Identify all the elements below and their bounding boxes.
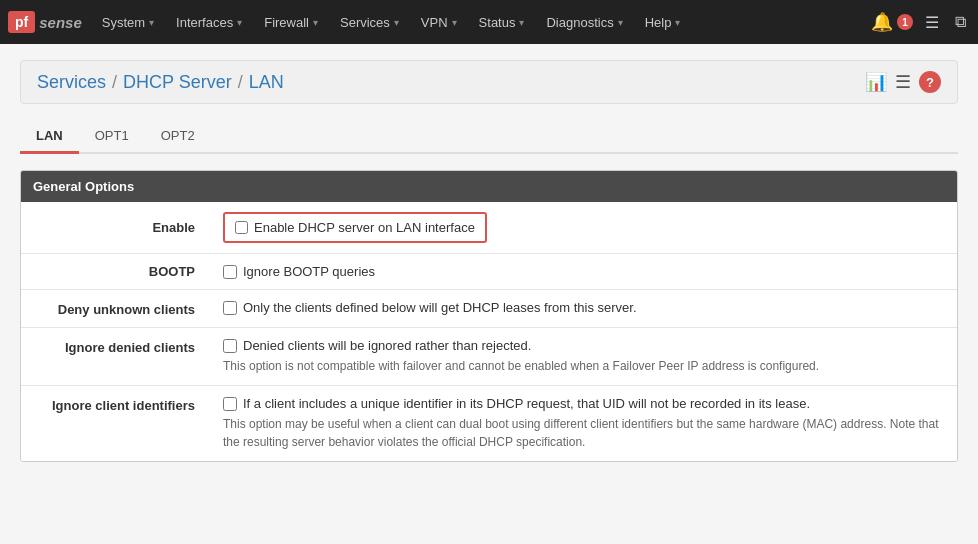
list-view-icon[interactable]: ☰ — [895, 71, 911, 93]
tab-opt2[interactable]: OPT2 — [145, 120, 211, 154]
enable-label: Enable — [21, 202, 211, 254]
list-icon[interactable]: ☰ — [921, 9, 943, 36]
chart-icon[interactable]: 📊 — [865, 71, 887, 93]
ignore-identifiers-checkbox-label: If a client includes a unique identifier… — [243, 396, 810, 411]
bootp-checkbox[interactable] — [223, 265, 237, 279]
enable-value: Enable DHCP server on LAN interface — [211, 202, 957, 254]
table-row: Ignore denied clients Denied clients wil… — [21, 328, 957, 386]
ignore-denied-checkbox[interactable] — [223, 339, 237, 353]
chevron-down-icon: ▾ — [519, 17, 524, 28]
breadcrumb-bar: Services / DHCP Server / LAN 📊 ☰ ? — [20, 60, 958, 104]
nav-interfaces[interactable]: Interfaces ▾ — [166, 9, 252, 36]
navbar-right: 🔔 1 ☰ ⧉ — [871, 9, 970, 36]
nav-status[interactable]: Status ▾ — [469, 9, 535, 36]
ignore-denied-checkbox-label: Denied clients will be ignored rather th… — [243, 338, 531, 353]
ignore-identifiers-checkbox-row: If a client includes a unique identifier… — [223, 396, 945, 411]
table-row: Enable Enable DHCP server on LAN interfa… — [21, 202, 957, 254]
external-icon[interactable]: ⧉ — [951, 9, 970, 35]
section-header: General Options — [21, 171, 957, 202]
chevron-down-icon: ▾ — [394, 17, 399, 28]
tab-lan[interactable]: LAN — [20, 120, 79, 154]
nav-system[interactable]: System ▾ — [92, 9, 164, 36]
chevron-down-icon: ▾ — [313, 17, 318, 28]
form-table: Enable Enable DHCP server on LAN interfa… — [21, 202, 957, 461]
ignore-identifiers-label: Ignore client identifiers — [21, 386, 211, 462]
deny-unknown-checkbox-row: Only the clients defined below will get … — [223, 300, 945, 315]
chevron-down-icon: ▾ — [149, 17, 154, 28]
bootp-checkbox-row: Ignore BOOTP queries — [223, 264, 945, 279]
tab-opt1[interactable]: OPT1 — [79, 120, 145, 154]
deny-unknown-checkbox[interactable] — [223, 301, 237, 315]
breadcrumb-icons: 📊 ☰ ? — [865, 71, 941, 93]
nav-firewall[interactable]: Firewall ▾ — [254, 9, 328, 36]
breadcrumb-services[interactable]: Services — [37, 72, 106, 93]
bootp-value: Ignore BOOTP queries — [211, 254, 957, 290]
notification-badge: 1 — [897, 14, 913, 30]
enable-checkbox[interactable] — [235, 221, 248, 234]
chevron-down-icon: ▾ — [675, 17, 680, 28]
chevron-down-icon: ▾ — [237, 17, 242, 28]
ignore-denied-label: Ignore denied clients — [21, 328, 211, 386]
ignore-identifiers-value: If a client includes a unique identifier… — [211, 386, 957, 462]
nav-vpn[interactable]: VPN ▾ — [411, 9, 467, 36]
ignore-identifiers-checkbox[interactable] — [223, 397, 237, 411]
brand[interactable]: pf sense — [8, 11, 82, 33]
breadcrumb-dhcp-server[interactable]: DHCP Server — [123, 72, 232, 93]
nav-services[interactable]: Services ▾ — [330, 9, 409, 36]
ignore-denied-note: This option is not compatible with failo… — [223, 357, 945, 375]
nav-items: System ▾ Interfaces ▾ Firewall ▾ Service… — [92, 9, 871, 36]
deny-unknown-value: Only the clients defined below will get … — [211, 290, 957, 328]
help-icon[interactable]: ? — [919, 71, 941, 93]
nav-help[interactable]: Help ▾ — [635, 9, 691, 36]
chevron-down-icon: ▾ — [452, 17, 457, 28]
enable-highlight-box: Enable DHCP server on LAN interface — [223, 212, 487, 243]
breadcrumb: Services / DHCP Server / LAN — [37, 72, 284, 93]
brand-text: sense — [39, 14, 82, 31]
table-row: Deny unknown clients Only the clients de… — [21, 290, 957, 328]
deny-unknown-checkbox-label: Only the clients defined below will get … — [243, 300, 637, 315]
nav-diagnostics[interactable]: Diagnostics ▾ — [536, 9, 632, 36]
bootp-checkbox-label: Ignore BOOTP queries — [243, 264, 375, 279]
table-row: Ignore client identifiers If a client in… — [21, 386, 957, 462]
enable-checkbox-label: Enable DHCP server on LAN interface — [254, 220, 475, 235]
general-options-section: General Options Enable Enable DHCP serve… — [20, 170, 958, 462]
ignore-identifiers-note: This option may be useful when a client … — [223, 415, 945, 451]
bootp-label: BOOTP — [21, 254, 211, 290]
tabs: LAN OPT1 OPT2 — [20, 120, 958, 154]
table-row: BOOTP Ignore BOOTP queries — [21, 254, 957, 290]
breadcrumb-lan: LAN — [249, 72, 284, 93]
page-content: Services / DHCP Server / LAN 📊 ☰ ? LAN O… — [0, 44, 978, 478]
breadcrumb-sep-2: / — [238, 72, 243, 93]
ignore-denied-checkbox-row: Denied clients will be ignored rather th… — [223, 338, 945, 353]
deny-unknown-label: Deny unknown clients — [21, 290, 211, 328]
notification-area[interactable]: 🔔 1 — [871, 11, 913, 33]
ignore-denied-value: Denied clients will be ignored rather th… — [211, 328, 957, 386]
chevron-down-icon: ▾ — [618, 17, 623, 28]
navbar: pf sense System ▾ Interfaces ▾ Firewall … — [0, 0, 978, 44]
brand-logo: pf — [8, 11, 35, 33]
bell-icon: 🔔 — [871, 11, 893, 33]
breadcrumb-sep-1: / — [112, 72, 117, 93]
